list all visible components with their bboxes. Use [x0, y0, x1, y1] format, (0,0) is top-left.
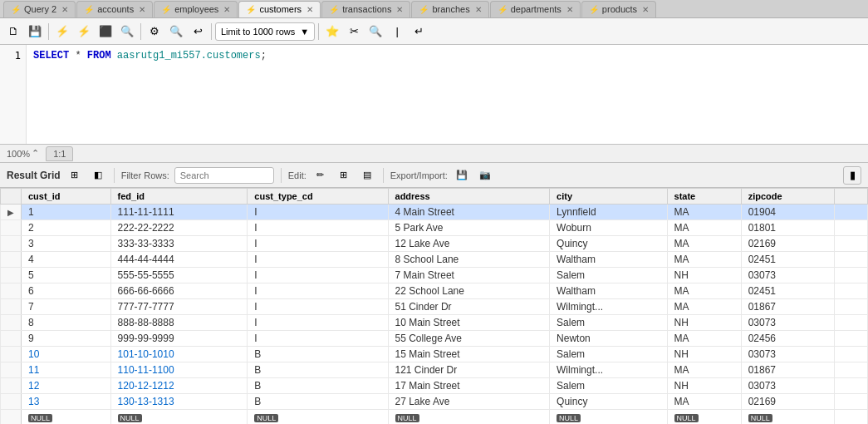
table-row[interactable]: 11110-11-1100B121 Cinder DrWilmingt...MA…	[1, 362, 868, 378]
edit-sql-btn[interactable]: ▤	[358, 166, 376, 185]
cell-city[interactable]: Wilmingt...	[550, 362, 667, 378]
tab-transactions[interactable]: ⚡transactions✕	[321, 1, 410, 17]
cell-city[interactable]: Waltham	[550, 252, 667, 268]
cell-fed_id[interactable]: 777-77-7777	[110, 299, 248, 315]
cell-cust_type_cd[interactable]: B	[248, 378, 388, 394]
cell-city[interactable]: Salem	[550, 315, 667, 331]
execute-btn[interactable]: ⚡	[52, 22, 72, 42]
snippets-btn[interactable]: ✂	[344, 22, 364, 42]
edit-table-btn[interactable]: ⊞	[335, 166, 353, 185]
cell-fed_id[interactable]: 111-11-1111	[110, 205, 248, 220]
cell-state[interactable]: MA	[667, 205, 741, 220]
cell-city[interactable]: Lynnfield	[550, 205, 667, 220]
stop-btn[interactable]: ⬛	[96, 22, 115, 42]
cell-zipcode[interactable]: 03073	[741, 378, 834, 394]
cell-address[interactable]: 8 School Lane	[388, 252, 550, 268]
cell-cust_type_cd[interactable]: I	[248, 331, 388, 347]
cell-address[interactable]: 10 Main Street	[388, 315, 550, 331]
cell-fed_id[interactable]: 666-66-6666	[110, 283, 248, 299]
tab-customers[interactable]: ⚡customers✕	[238, 1, 321, 17]
cell-state[interactable]: NH	[667, 378, 741, 394]
cell-city[interactable]: Quincy	[550, 394, 667, 410]
tab-query2[interactable]: ⚡Query 2✕	[3, 1, 76, 17]
search2-btn[interactable]: 🔍	[365, 22, 385, 42]
col-city[interactable]: city	[550, 189, 667, 205]
cell-state[interactable]: NH	[667, 268, 741, 283]
cell-cust_id[interactable]: 5	[22, 268, 111, 283]
cell-state[interactable]: NH	[667, 347, 741, 362]
col-address[interactable]: address	[388, 189, 550, 205]
cell-state[interactable]: MA	[667, 394, 741, 410]
table-row[interactable]: 10101-10-1010B15 Main StreetSalemNH03073	[1, 347, 868, 362]
cell-fed_id[interactable]: 888-88-8888	[110, 315, 248, 331]
cell-city[interactable]: Salem	[550, 378, 667, 394]
zoom-control[interactable]: 100% ⌃	[7, 148, 39, 159]
cell-cust_type_cd[interactable]: I	[248, 283, 388, 299]
table-row[interactable]: 3333-33-3333I12 Lake AveQuincyMA02169	[1, 236, 868, 252]
tab-close-customers[interactable]: ✕	[306, 5, 313, 14]
cell-zipcode[interactable]: 02451	[741, 252, 834, 268]
vertical-btn[interactable]: |	[387, 22, 407, 42]
tab-accounts[interactable]: ⚡accounts✕	[76, 1, 153, 17]
cell-address[interactable]: 22 School Lane	[388, 283, 550, 299]
cell-city[interactable]: Quincy	[550, 236, 667, 252]
cell-cust_type_cd[interactable]: I	[248, 252, 388, 268]
cell-city[interactable]: Wilmingt...	[550, 299, 667, 315]
cell-city[interactable]: Salem	[550, 347, 667, 362]
cell-city[interactable]: Woburn	[550, 220, 667, 236]
execute-current-btn[interactable]: ⚡	[74, 22, 94, 42]
table-row[interactable]: 9999-99-9999I55 College AveNewtonMA02456	[1, 331, 868, 347]
search-input[interactable]	[174, 167, 274, 184]
cell-cust_id[interactable]: 7	[22, 299, 111, 315]
cell-fed_id[interactable]: 120-12-1212	[110, 378, 248, 394]
edit-pencil-btn[interactable]: ✏	[311, 166, 330, 185]
cell-cust_id[interactable]: 4	[22, 252, 111, 268]
col-state[interactable]: state	[667, 189, 741, 205]
new-tab-btn[interactable]: 🗋	[3, 22, 23, 42]
cell-fed_id[interactable]: 130-13-1313	[110, 394, 248, 410]
cell-address[interactable]: 4 Main Street	[388, 205, 550, 220]
table-row[interactable]: 8888-88-8888I10 Main StreetSalemNH03073	[1, 315, 868, 331]
cell-cust_type_cd[interactable]: I	[248, 268, 388, 283]
cell-zipcode[interactable]: 02169	[741, 236, 834, 252]
tab-close-departments[interactable]: ✕	[566, 5, 573, 14]
cell-state[interactable]: MA	[667, 236, 741, 252]
wrap-btn[interactable]: ↵	[409, 22, 429, 42]
cell-cust_id[interactable]: 10	[22, 347, 111, 362]
result-grid-container[interactable]: cust_id fed_id cust_type_cd address city…	[0, 188, 868, 424]
table-row[interactable]: 6666-66-6666I22 School LaneWalthamMA0245…	[1, 283, 868, 299]
save-btn[interactable]: 💾	[25, 22, 45, 42]
cell-cust_id[interactable]: 3	[22, 236, 111, 252]
cell-cust_id[interactable]: 9	[22, 331, 111, 347]
cell-cust_type_cd[interactable]: I	[248, 205, 388, 220]
form-view-btn[interactable]: ◧	[89, 166, 107, 185]
cell-fed_id[interactable]: 222-22-2222	[110, 220, 248, 236]
col-fed_id[interactable]: fed_id	[110, 189, 248, 205]
cell-address[interactable]: 7 Main Street	[388, 268, 550, 283]
tab-close-query2[interactable]: ✕	[61, 5, 68, 14]
cell-fed_id[interactable]: 444-44-4444	[110, 252, 248, 268]
cell-state[interactable]: MA	[667, 220, 741, 236]
format-btn[interactable]: ⚙	[145, 22, 164, 42]
cell-zipcode[interactable]: 03073	[741, 347, 834, 362]
cell-state[interactable]: MA	[667, 252, 741, 268]
cell-cust_type_cd[interactable]: I	[248, 220, 388, 236]
cell-address[interactable]: 17 Main Street	[388, 378, 550, 394]
table-row[interactable]: 2222-22-2222I5 Park AveWoburnMA01801	[1, 220, 868, 236]
cell-zipcode[interactable]: 03073	[741, 315, 834, 331]
table-row[interactable]: 13130-13-1313B27 Lake AveQuincyMA02169	[1, 394, 868, 410]
cell-city[interactable]: Waltham	[550, 283, 667, 299]
col-zipcode[interactable]: zipcode	[741, 189, 834, 205]
cell-zipcode[interactable]: 02451	[741, 283, 834, 299]
cell-fed_id[interactable]: 999-99-9999	[110, 331, 248, 347]
col-cust_id[interactable]: cust_id	[22, 189, 111, 205]
tab-close-branches[interactable]: ✕	[475, 5, 482, 14]
table-row[interactable]: 7777-77-7777I51 Cinder DrWilmingt...MA01…	[1, 299, 868, 315]
tab-close-transactions[interactable]: ✕	[396, 5, 403, 14]
cell-cust_id[interactable]: 12	[22, 378, 111, 394]
cell-fed_id[interactable]: 110-11-1100	[110, 362, 248, 378]
cell-cust_type_cd[interactable]: I	[248, 315, 388, 331]
tab-employees[interactable]: ⚡employees✕	[154, 1, 238, 17]
cell-zipcode[interactable]: 02169	[741, 394, 834, 410]
table-row[interactable]: ▶1111-11-1111I4 Main StreetLynnfieldMA01…	[1, 205, 868, 220]
